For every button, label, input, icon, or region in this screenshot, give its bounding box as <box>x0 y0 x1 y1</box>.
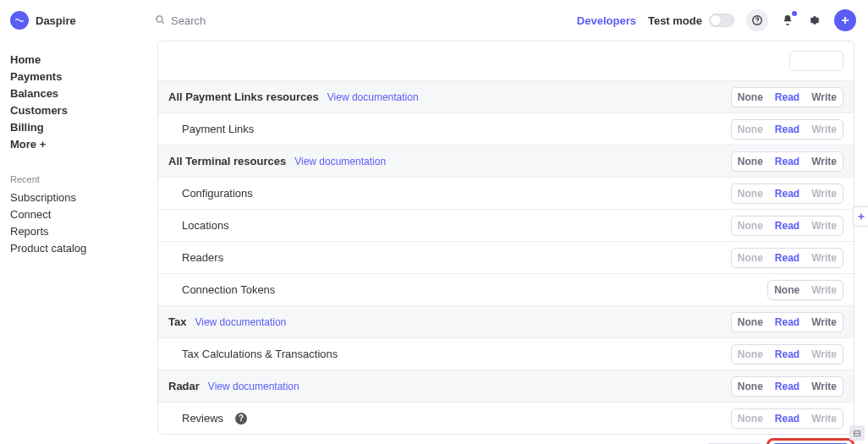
help-button[interactable] <box>746 9 768 31</box>
permission-segmented[interactable]: NoneReadWrite <box>731 248 843 268</box>
view-documentation-link[interactable]: View documentation <box>208 381 299 392</box>
perm-group-row: TaxView documentationNoneReadWrite <box>158 305 854 337</box>
perm-child-row: Connection TokensNoneWrite <box>158 273 854 305</box>
search-icon <box>154 14 166 28</box>
sidebar-item-customers[interactable]: Customers <box>10 104 144 117</box>
main-area: All Payment Links resourcesView document… <box>144 41 868 444</box>
perm-label: Locations <box>182 219 229 232</box>
view-documentation-link[interactable]: View documentation <box>294 156 386 167</box>
segment-none[interactable]: None <box>732 345 769 364</box>
perm-group-row: All Payment Links resourcesView document… <box>158 80 854 112</box>
perm-child-row: ConfigurationsNoneReadWrite <box>158 177 854 209</box>
help-icon[interactable]: ? <box>235 413 247 425</box>
settings-button[interactable] <box>807 13 822 28</box>
notifications-button[interactable] <box>780 13 795 28</box>
perm-label: Reviews <box>182 412 223 425</box>
segment-none[interactable]: None <box>732 409 769 428</box>
brand-name: Daspire <box>36 14 76 27</box>
segment-none[interactable]: None <box>732 313 769 332</box>
developers-link[interactable]: Developers <box>577 14 636 27</box>
test-mode-toggle[interactable] <box>709 14 734 27</box>
perm-group-row: RadarView documentationNoneReadWrite <box>158 370 854 402</box>
content-area: HomePaymentsBalancesCustomersBillingMore… <box>0 41 868 444</box>
segment-read[interactable]: Read <box>769 152 805 171</box>
sidebar-item-more[interactable]: More <box>10 138 144 151</box>
global-search[interactable]: Search <box>154 14 577 28</box>
segment-none[interactable]: None <box>732 217 769 235</box>
perm-label: Readers <box>182 251 223 264</box>
segment-write[interactable]: Write <box>805 313 843 332</box>
perm-label: Connection Tokens <box>182 283 275 296</box>
corner-widget-icon[interactable] <box>849 425 865 441</box>
permission-segmented[interactable]: NoneReadWrite <box>731 119 843 140</box>
segment-write[interactable]: Write <box>805 88 843 107</box>
search-placeholder: Search <box>171 14 206 27</box>
perm-child-row: LocationsNoneReadWrite <box>158 209 854 241</box>
sidebar-item-balances[interactable]: Balances <box>10 87 144 100</box>
permission-segmented[interactable]: NoneReadWrite <box>731 216 843 236</box>
perm-group-row: All Terminal resourcesView documentation… <box>158 145 854 177</box>
perm-label: Tax <box>168 315 186 328</box>
segment-write[interactable]: Write <box>805 184 843 203</box>
side-expand-button[interactable] <box>853 206 868 227</box>
segment-none[interactable]: None <box>732 249 769 267</box>
segment-read[interactable]: Read <box>769 409 805 428</box>
permission-segmented[interactable]: NoneReadWrite <box>731 184 843 204</box>
view-documentation-link[interactable]: View documentation <box>195 316 286 328</box>
segment-read[interactable]: Read <box>769 184 805 203</box>
perm-child-row: Reviews?NoneReadWrite <box>158 402 854 434</box>
sidebar-recent-title: Recent <box>10 174 144 184</box>
segment-none[interactable]: None <box>732 377 769 396</box>
create-button[interactable] <box>834 9 856 31</box>
segment-none[interactable]: None <box>732 184 769 203</box>
notification-dot-icon <box>792 11 797 16</box>
sidebar-item-billing[interactable]: Billing <box>10 121 144 134</box>
segment-write[interactable]: Write <box>805 345 843 364</box>
perm-child-row: ReadersNoneReadWrite <box>158 241 854 273</box>
segment-write[interactable]: Write <box>805 152 843 171</box>
segment-none[interactable]: None <box>732 88 769 107</box>
permission-segmented[interactable]: NoneReadWrite <box>731 151 843 172</box>
permission-segmented[interactable]: NoneReadWrite <box>731 376 843 397</box>
brand-block[interactable]: Daspire <box>10 11 154 30</box>
partial-segmented-icon <box>789 51 843 71</box>
permissions-panel: All Payment Links resourcesView document… <box>157 41 854 435</box>
permission-segmented[interactable]: NoneReadWrite <box>731 408 843 429</box>
segment-read[interactable]: Read <box>769 249 805 267</box>
segment-write[interactable]: Write <box>805 249 843 267</box>
segment-none[interactable]: None <box>768 281 805 299</box>
segment-write[interactable]: Write <box>805 217 843 235</box>
sidebar-recent-connect[interactable]: Connect <box>10 208 144 221</box>
segment-read[interactable]: Read <box>769 88 805 107</box>
segment-write[interactable]: Write <box>805 120 843 139</box>
perm-label: Tax Calculations & Transactions <box>182 348 338 360</box>
segment-none[interactable]: None <box>732 152 769 171</box>
brand-logo-icon <box>10 11 29 30</box>
perm-child-row: Tax Calculations & TransactionsNoneReadW… <box>158 337 854 370</box>
view-documentation-link[interactable]: View documentation <box>327 91 419 103</box>
segment-write[interactable]: Write <box>805 377 843 396</box>
segment-read[interactable]: Read <box>769 217 805 235</box>
segment-write[interactable]: Write <box>805 281 843 299</box>
perm-label: Radar <box>168 380 200 392</box>
header-actions: Developers Test mode <box>577 9 856 31</box>
perm-label: Payment Links <box>182 123 254 135</box>
segment-read[interactable]: Read <box>769 345 805 364</box>
segment-read[interactable]: Read <box>769 313 805 332</box>
segment-read[interactable]: Read <box>769 120 805 139</box>
segment-none[interactable]: None <box>732 120 769 139</box>
test-mode-toggle-group: Test mode <box>648 14 734 27</box>
segment-read[interactable]: Read <box>769 377 805 396</box>
footer-actions: Cancel Create key <box>157 435 854 444</box>
sidebar-recent-product-catalog[interactable]: Product catalog <box>10 242 144 255</box>
permission-segmented[interactable]: NoneReadWrite <box>731 312 843 332</box>
permission-segmented[interactable]: NoneReadWrite <box>731 344 843 365</box>
sidebar-item-payments[interactable]: Payments <box>10 70 144 83</box>
sidebar-recent-subscriptions[interactable]: Subscriptions <box>10 191 144 204</box>
app-header: Daspire Search Developers Test mode <box>0 0 868 41</box>
segment-write[interactable]: Write <box>805 409 843 428</box>
sidebar-item-home[interactable]: Home <box>10 53 144 66</box>
permission-segmented[interactable]: NoneReadWrite <box>731 87 843 107</box>
permission-segmented[interactable]: NoneWrite <box>767 280 843 300</box>
sidebar-recent-reports[interactable]: Reports <box>10 225 144 238</box>
